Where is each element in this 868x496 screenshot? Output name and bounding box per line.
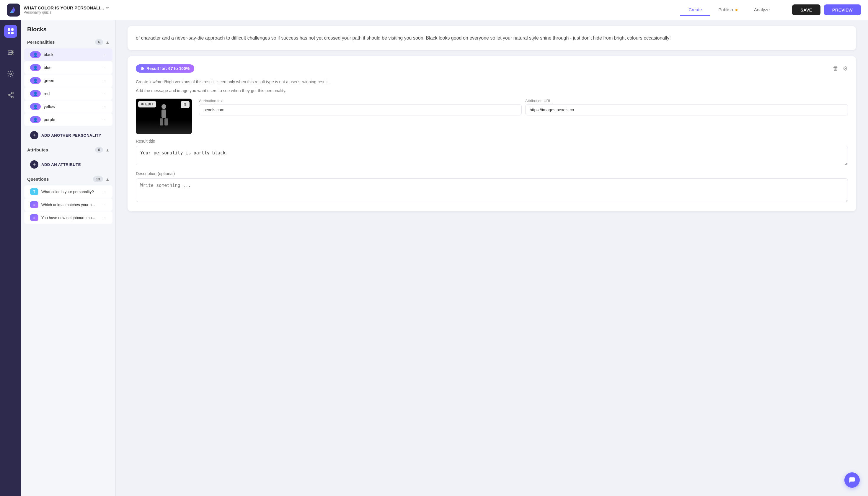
- svg-rect-23: [165, 119, 168, 125]
- question-item-q3[interactable]: ≡ You have new neighbours mo... ···: [24, 212, 112, 224]
- tab-analyze[interactable]: Analyze: [746, 4, 778, 16]
- main-content: of character and a never-say-die approac…: [116, 20, 868, 496]
- question-more[interactable]: ···: [102, 215, 107, 221]
- tab-publish[interactable]: Publish: [710, 4, 745, 16]
- svg-point-15: [12, 92, 13, 94]
- topnav: WHAT COLOR IS YOUR PERSONALI... ✏ Person…: [0, 0, 868, 20]
- question-list: T What color is your personality? ··· ≡ …: [21, 185, 115, 224]
- delete-result-button[interactable]: 🗑: [833, 65, 838, 72]
- attribution-text-col: Attribution text: [199, 98, 522, 115]
- add-attribute-icon: +: [30, 160, 38, 169]
- result-card-header: ⊕ Result for: 67 to 100% 🗑 ⚙: [136, 64, 848, 73]
- attributes-count: 0: [95, 147, 103, 153]
- add-personality-button[interactable]: + ADD ANOTHER PERSONALITY: [24, 127, 112, 143]
- result-title-input[interactable]: Your personality is partly black.: [136, 146, 848, 165]
- chat-button[interactable]: [844, 472, 860, 488]
- question-item-q2[interactable]: ≡ Which animal matches your n... ···: [24, 198, 112, 211]
- person-icon: 👤: [33, 65, 38, 70]
- question-item-q1[interactable]: T What color is your personality? ···: [24, 185, 112, 198]
- result-info-text1: Create low/med/high versions of this res…: [136, 79, 848, 85]
- edit-label: EDIT: [145, 102, 153, 106]
- personality-item-red[interactable]: 👤 red ···: [24, 88, 112, 100]
- svg-point-16: [8, 94, 10, 96]
- personality-name: black: [44, 52, 99, 57]
- description-label: Description (optional): [136, 171, 848, 176]
- questions-section-header[interactable]: Questions 13 ▲: [21, 173, 115, 185]
- questions-count: 13: [93, 176, 103, 182]
- attribution-url-input[interactable]: [525, 104, 848, 115]
- person-icon: 👤: [33, 52, 38, 57]
- edit-icon: ✏: [141, 102, 144, 106]
- personalities-section-header[interactable]: Personalities 6 ▲: [21, 36, 115, 48]
- result-title-label: Result title: [136, 139, 848, 143]
- personality-list: 👤 black ··· 👤 blue ··· 👤 green ··· 👤 red…: [21, 48, 115, 126]
- add-attribute-label: ADD AN ATTRIBUTE: [41, 162, 81, 167]
- tab-create[interactable]: Create: [680, 4, 710, 16]
- personality-badge: 👤: [30, 51, 41, 58]
- personality-more[interactable]: ···: [102, 117, 107, 123]
- save-button[interactable]: SAVE: [792, 4, 820, 15]
- person-icon: 👤: [33, 79, 38, 83]
- edit-image-button[interactable]: ✏ EDIT: [138, 101, 156, 107]
- attributes-section-header[interactable]: Attributes 0 ▲: [21, 144, 115, 156]
- sidebar-item-settings[interactable]: [4, 67, 17, 80]
- attribution-url-label: Attribution URL: [525, 98, 848, 103]
- question-more[interactable]: ···: [102, 202, 107, 208]
- personality-more[interactable]: ···: [102, 65, 107, 71]
- svg-rect-21: [161, 110, 166, 118]
- personality-more[interactable]: ···: [102, 104, 107, 110]
- main-layout: Blocks Personalities 6 ▲ 👤 black ··· 👤 b…: [0, 20, 868, 496]
- personality-name: purple: [44, 117, 99, 122]
- question-more[interactable]: ···: [102, 189, 107, 195]
- result-badge-label: Result for: 67 to 100%: [146, 66, 189, 71]
- personality-item-black[interactable]: 👤 black ···: [24, 48, 112, 61]
- icon-sidebar: [0, 20, 21, 496]
- blocks-header: Blocks: [21, 20, 115, 36]
- questions-chevron: ▲: [105, 177, 110, 182]
- sidebar-item-share[interactable]: [4, 89, 17, 102]
- attribution-url-col: Attribution URL: [525, 98, 848, 115]
- svg-line-18: [10, 95, 12, 96]
- result-image-area: ✏ EDIT 🗑: [136, 98, 192, 134]
- personalities-count: 6: [95, 39, 103, 45]
- top-text-card: of character and a never-say-die approac…: [127, 26, 856, 50]
- result-fields: Attribution text Attribution URL: [199, 98, 848, 134]
- attribution-text-input[interactable]: [199, 104, 522, 115]
- preview-button[interactable]: PREVIEW: [824, 4, 861, 15]
- svg-line-19: [10, 93, 12, 94]
- svg-rect-5: [11, 28, 14, 31]
- personality-more[interactable]: ···: [102, 52, 107, 58]
- delete-image-button[interactable]: 🗑: [181, 101, 189, 108]
- personality-item-blue[interactable]: 👤 blue ···: [24, 61, 112, 74]
- quiz-title-area: WHAT COLOR IS YOUR PERSONALI... ✏ Person…: [24, 5, 109, 14]
- logo-icon: [7, 3, 20, 17]
- result-body: ✏ EDIT 🗑 Attribution text Attribution UR…: [136, 98, 848, 134]
- personality-item-green[interactable]: 👤 green ···: [24, 74, 112, 87]
- svg-point-14: [10, 73, 12, 75]
- personalities-chevron: ▲: [105, 40, 110, 45]
- person-icon: 👤: [33, 105, 38, 109]
- personality-more[interactable]: ···: [102, 78, 107, 84]
- personality-name: yellow: [44, 104, 99, 109]
- personality-badge: 👤: [30, 103, 41, 110]
- questions-label: Questions: [27, 176, 93, 182]
- settings-result-button[interactable]: ⚙: [842, 65, 848, 72]
- description-input[interactable]: [136, 178, 848, 202]
- personality-name: blue: [44, 65, 99, 70]
- personality-item-purple[interactable]: 👤 purple ···: [24, 113, 112, 126]
- sidebar-item-filter[interactable]: [4, 46, 17, 59]
- svg-point-13: [12, 54, 13, 55]
- info-icon[interactable]: ℹ: [50, 10, 51, 14]
- sidebar-item-blocks[interactable]: [4, 25, 17, 38]
- result-actions: 🗑 ⚙: [833, 65, 848, 72]
- svg-rect-22: [160, 119, 163, 125]
- question-name: Which animal matches your n...: [41, 203, 99, 207]
- question-name: You have new neighbours mo...: [41, 216, 99, 220]
- edit-pencil-icon[interactable]: ✏: [106, 5, 109, 10]
- add-attribute-button[interactable]: + ADD AN ATTRIBUTE: [24, 157, 112, 172]
- personality-item-yellow[interactable]: 👤 yellow ···: [24, 100, 112, 113]
- personality-more[interactable]: ···: [102, 91, 107, 97]
- result-badge: ⊕ Result for: 67 to 100%: [136, 64, 194, 73]
- attributes-label: Attributes: [27, 147, 95, 152]
- blocks-panel: Blocks Personalities 6 ▲ 👤 black ··· 👤 b…: [21, 20, 116, 496]
